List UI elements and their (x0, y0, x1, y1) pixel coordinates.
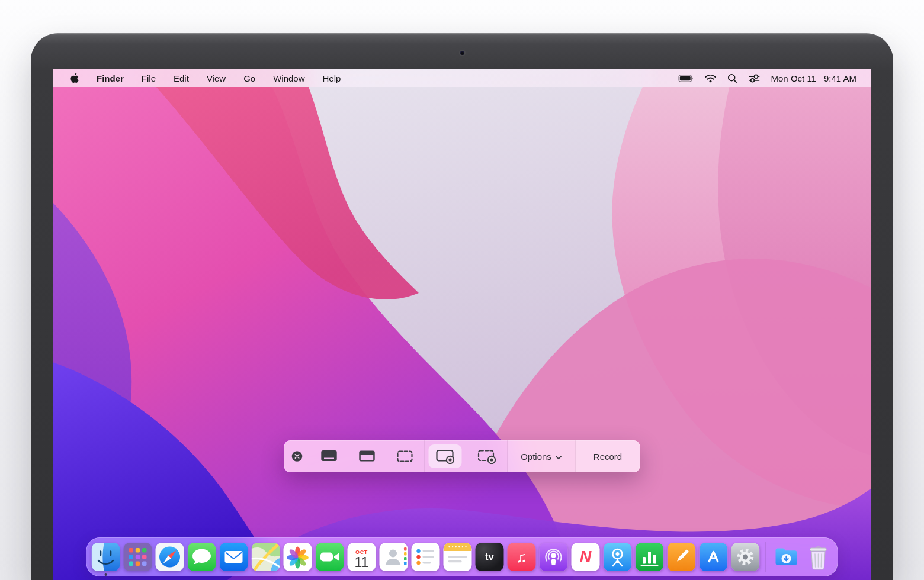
news-logo-text: N (580, 548, 592, 566)
dock-icon-facetime[interactable] (316, 543, 344, 571)
options-button[interactable]: Options (508, 440, 575, 472)
menu-item-edit[interactable]: Edit (174, 73, 189, 83)
dock-icon-notes[interactable] (444, 543, 472, 571)
dock-icon-tv[interactable]: tv (476, 543, 504, 571)
dock-icon-numbers[interactable] (636, 543, 664, 571)
menu-bar-clock[interactable]: Mon Oct 11 9:41 AM (771, 73, 856, 83)
dock-icon-app-store[interactable] (700, 543, 728, 571)
dock-icon-finder[interactable] (92, 543, 120, 571)
record-selected-portion-icon[interactable] (466, 440, 508, 472)
screenshot-toolbar: Options Record (284, 440, 640, 472)
menu-item-finder[interactable]: Finder (97, 73, 124, 83)
menu-item-file[interactable]: File (142, 73, 156, 83)
battery-icon[interactable] (678, 75, 694, 82)
close-icon[interactable] (284, 440, 310, 472)
dock-icon-podcasts[interactable] (540, 543, 568, 571)
webcam (460, 51, 464, 55)
menu-item-go[interactable]: Go (243, 73, 255, 83)
menu-item-view[interactable]: View (207, 73, 226, 83)
wifi-icon[interactable] (704, 74, 717, 83)
menu-item-help[interactable]: Help (323, 73, 341, 83)
chevron-down-icon (556, 452, 562, 462)
time-text: 9:41 AM (824, 73, 856, 83)
dock-icon-pages[interactable] (668, 543, 696, 571)
dock-icon-reminders[interactable] (412, 543, 440, 571)
menu-item-window[interactable]: Window (273, 73, 304, 83)
selected-tool-highlight (429, 444, 462, 468)
dock-icon-downloads[interactable] (772, 543, 801, 571)
dock-divider (766, 542, 766, 572)
date-text: Mon Oct 11 (771, 73, 816, 83)
dock-icon-news[interactable]: N (572, 543, 600, 571)
capture-selected-portion-icon[interactable] (386, 440, 424, 472)
spotlight-icon[interactable] (727, 73, 737, 83)
dock-icon-messages[interactable] (188, 543, 216, 571)
record-button[interactable]: Record (576, 440, 640, 472)
dock-icon-safari[interactable] (156, 543, 184, 571)
capture-selected-window-icon[interactable] (348, 440, 386, 472)
dock-icon-mail[interactable] (220, 543, 248, 571)
macbook-bezel: Finder File Edit View Go Window Help (31, 33, 893, 580)
photo-background: Finder File Edit View Go Window Help (0, 0, 924, 580)
dock-icon-system-preferences[interactable] (732, 543, 760, 571)
record-entire-screen-icon[interactable] (425, 440, 466, 472)
dock-icon-photo-booth[interactable] (604, 543, 632, 571)
dock-icon-launchpad[interactable] (124, 543, 152, 571)
tv-logo-text: tv (485, 551, 494, 563)
music-note-icon: ♫ (516, 549, 527, 566)
monterey-wallpaper (53, 69, 871, 580)
menu-bar: Finder File Edit View Go Window Help (53, 69, 871, 87)
control-center-icon[interactable] (748, 74, 761, 83)
options-label: Options (521, 452, 551, 462)
dock-icon-maps[interactable] (252, 543, 280, 571)
dock: OCT 11 tv ♫ (86, 537, 838, 576)
apple-menu-icon[interactable] (70, 73, 79, 83)
dock-icon-photos[interactable] (284, 543, 312, 571)
dock-icon-music[interactable]: ♫ (508, 543, 536, 571)
dock-icon-contacts[interactable] (380, 543, 408, 571)
dock-icon-calendar[interactable]: OCT 11 (348, 543, 376, 571)
record-label: Record (593, 452, 622, 462)
dock-icon-trash[interactable] (804, 543, 833, 571)
calendar-day-text: 11 (355, 556, 369, 569)
screen: Finder File Edit View Go Window Help (53, 69, 871, 580)
capture-entire-screen-icon[interactable] (310, 440, 348, 472)
calendar-month-text: OCT (355, 549, 368, 555)
